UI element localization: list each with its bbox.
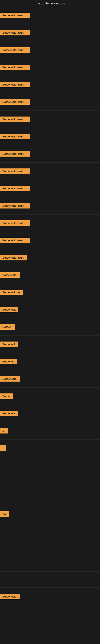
bottleneck-badge[interactable]: Bottleneck result — [0, 116, 30, 122]
bottleneck-badge[interactable]: Bottleneck result — [0, 238, 30, 243]
page-container: TheBottlenecker.com Bottleneck resultBot… — [0, 0, 100, 644]
list-item: Bottleneck result — [0, 180, 100, 197]
list-item — [0, 556, 100, 572]
bottleneck-badge[interactable]: Bottleneck result — [0, 168, 30, 174]
list-item: Bottleneck r — [0, 266, 100, 284]
list-item: Bottleneck result — [0, 7, 100, 24]
list-item — [0, 473, 100, 489]
bottleneck-badge[interactable]: B — [0, 428, 8, 434]
bottleneck-badge[interactable]: Bottleneck r — [0, 376, 20, 382]
list-item: Bottleneck — [0, 405, 100, 422]
bottleneck-badge[interactable]: Bottleneck r — [0, 594, 20, 599]
bottleneck-badge[interactable]: Bottleneck result — [0, 47, 30, 53]
list-item: Bottleneck result — [0, 111, 100, 128]
bottleneck-badge[interactable]: Bottleneck result — [0, 13, 30, 18]
list-item — [0, 489, 100, 505]
bottleneck-badge[interactable]: Bottleneck result — [0, 64, 30, 70]
list-item: Bottleneck result — [0, 162, 100, 180]
bottleneck-badge[interactable]: Bottleneck — [0, 342, 18, 347]
list-item: | — [0, 440, 100, 457]
bottleneck-badge[interactable]: Bottleneck result — [0, 203, 30, 208]
bottleneck-badge[interactable]: Bottleneck result — [0, 134, 30, 139]
items-list: Bottleneck resultBottleneck resultBottle… — [0, 7, 100, 644]
list-item: Bottlenec — [0, 353, 100, 370]
bottleneck-badge[interactable]: Bottleneck result — [0, 151, 30, 156]
list-item — [0, 606, 100, 622]
bottleneck-badge[interactable]: Bottleneck — [0, 307, 18, 312]
list-item — [0, 523, 100, 539]
list-item: Bottleneck result — [0, 214, 100, 232]
list-item: Bottleneck result — [0, 232, 100, 249]
list-item: Bottlen — [0, 318, 100, 336]
list-item: Bottleneck result — [0, 42, 100, 59]
bottleneck-badge[interactable]: Bo — [0, 512, 9, 517]
list-item: Bottleneck res — [0, 284, 100, 301]
bottleneck-badge[interactable]: Bottlen — [0, 324, 15, 330]
list-item — [0, 457, 100, 473]
site-title: TheBottlenecker.com — [0, 0, 100, 7]
list-item: Bottleneck result — [0, 145, 100, 162]
bottleneck-badge[interactable]: | — [0, 445, 6, 451]
bottleneck-badge[interactable]: Bottleneck result — [0, 99, 30, 105]
bottleneck-badge[interactable]: Bottleneck — [0, 411, 18, 416]
bottleneck-badge[interactable]: Bottleneck r — [0, 272, 20, 278]
list-item: B — [0, 422, 100, 440]
list-item: Bottleneck result — [0, 76, 100, 94]
bottleneck-badge[interactable]: Bottleneck result — [0, 255, 27, 260]
bottleneck-badge[interactable]: Bottlenec — [0, 359, 17, 364]
list-item — [0, 539, 100, 556]
list-item: Bottleneck r — [0, 370, 100, 388]
bottleneck-badge[interactable]: Bottle — [0, 394, 13, 399]
list-item: Bottle — [0, 388, 100, 405]
list-item: Bottleneck result — [0, 249, 100, 266]
bottleneck-badge[interactable]: Bottleneck result — [0, 186, 30, 191]
list-item: Bo — [0, 505, 100, 523]
list-item — [0, 622, 100, 638]
list-item: Bottleneck result — [0, 24, 100, 42]
bottleneck-badge[interactable]: Bottleneck result — [0, 82, 30, 87]
list-item: Bottleneck result — [0, 197, 100, 214]
bottleneck-badge[interactable]: Bottleneck result — [0, 220, 30, 226]
bottleneck-badge[interactable]: Bottleneck res — [0, 290, 23, 295]
list-item: Bottleneck — [0, 301, 100, 318]
list-item: Bottleneck result — [0, 128, 100, 145]
list-item: Bottleneck r — [0, 588, 100, 606]
list-item: Bottleneck result — [0, 94, 100, 111]
list-item — [0, 638, 100, 644]
list-item: Bottleneck result — [0, 59, 100, 76]
list-item: Bottleneck — [0, 336, 100, 353]
bottleneck-badge[interactable]: Bottleneck result — [0, 30, 30, 36]
list-item — [0, 572, 100, 588]
